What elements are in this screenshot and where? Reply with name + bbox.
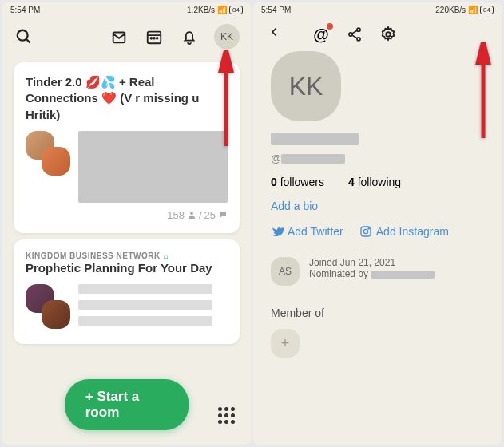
profile-screen: 5:54 PM 220KB/s 📶 84 @ KK @ 0 followers … (253, 2, 502, 445)
search-icon[interactable] (14, 26, 34, 47)
profile-nav: @ (253, 18, 502, 51)
battery-icon: 84 (229, 6, 243, 14)
followers[interactable]: 0 followers (271, 176, 324, 188)
invite-icon[interactable] (109, 26, 129, 47)
bell-icon[interactable] (179, 26, 200, 47)
house-icon: ⌂ (164, 251, 169, 260)
add-club-button[interactable]: + (271, 329, 300, 358)
social-links: Add Twitter Add Instagram (271, 225, 484, 238)
calendar-icon[interactable] (144, 26, 165, 47)
avatar (42, 300, 70, 329)
svg-line-13 (352, 30, 358, 34)
room-title: Prophetic Planning For Your Day (26, 260, 228, 276)
username: @ (271, 152, 484, 164)
status-right: 1.2KB/s 📶 84 (187, 6, 243, 14)
chat-icon (218, 210, 228, 220)
instagram-icon (359, 225, 372, 238)
nominator-avatar[interactable]: AS (271, 257, 300, 286)
room-card[interactable]: KINGDOM BUSINESS NETWORK ⌂ Prophetic Pla… (14, 239, 240, 344)
svg-line-14 (352, 35, 358, 38)
speaker-avatars (26, 284, 70, 329)
svg-point-15 (386, 32, 391, 37)
nominator-redacted (371, 271, 435, 279)
add-twitter-link[interactable]: Add Twitter (271, 225, 343, 238)
profile-avatar-button[interactable]: KK (214, 24, 240, 49)
speakers-list-redacted (78, 131, 228, 203)
svg-point-7 (190, 212, 193, 215)
battery-icon: 84 (480, 6, 494, 14)
clock: 5:54 PM (261, 6, 291, 14)
profile-body: KK @ 0 followers 4 following Add a bio A… (253, 51, 502, 358)
mentions-icon[interactable]: @ (311, 24, 331, 45)
add-instagram-link[interactable]: Add Instagram (359, 225, 449, 238)
svg-point-5 (153, 38, 155, 39)
apps-grid-icon[interactable] (218, 407, 235, 424)
follow-stats: 0 followers 4 following (271, 176, 484, 188)
svg-point-18 (368, 228, 369, 229)
profile-avatar[interactable]: KK (271, 51, 341, 121)
add-bio-link[interactable]: Add a bio (271, 200, 484, 212)
joined-date: Joined Jun 21, 2021 (309, 257, 435, 268)
person-icon (187, 210, 196, 220)
room-card[interactable]: Tinder 2.0 💋💦 + Real Connections ❤️ (V r… (14, 62, 240, 233)
start-room-label: + Start a room (85, 389, 169, 421)
name-redacted (271, 133, 359, 145)
status-right: 220KB/s 📶 84 (435, 6, 494, 14)
start-room-button[interactable]: + Start a room (65, 379, 189, 430)
settings-gear-icon[interactable] (378, 24, 399, 45)
speaker-avatars (26, 131, 70, 176)
svg-point-4 (150, 38, 152, 39)
clock: 5:54 PM (10, 6, 40, 14)
nominated-by: Nominated by (309, 268, 435, 279)
signal-icon: 📶 (468, 6, 478, 14)
svg-point-0 (18, 30, 28, 41)
net-speed: 220KB/s (435, 6, 466, 14)
net-speed: 1.2KB/s (187, 6, 215, 14)
twitter-icon (271, 225, 284, 238)
handle-redacted (281, 154, 345, 164)
svg-point-17 (363, 229, 367, 233)
avatar (42, 147, 70, 176)
top-nav: KK (2, 18, 251, 56)
joined-info: AS Joined Jun 21, 2021 Nominated by (271, 257, 484, 286)
speakers-list (78, 284, 228, 332)
status-bar: 5:54 PM 1.2KB/s 📶 84 (2, 2, 251, 18)
notification-dot (327, 23, 333, 30)
share-icon[interactable] (344, 24, 365, 45)
member-of-heading: Member of (271, 307, 484, 319)
following[interactable]: 4 following (348, 176, 401, 188)
feed-screen: 5:54 PM 1.2KB/s 📶 84 KK Tinder 2.0 💋💦 + … (2, 2, 251, 445)
club-name: KINGDOM BUSINESS NETWORK ⌂ (26, 251, 228, 260)
back-button[interactable] (264, 22, 285, 46)
status-bar: 5:54 PM 220KB/s 📶 84 (253, 2, 502, 18)
svg-point-6 (157, 38, 158, 39)
signal-icon: 📶 (217, 6, 227, 14)
room-title: Tinder 2.0 💋💦 + Real Connections ❤️ (V r… (26, 74, 228, 123)
svg-line-1 (26, 39, 30, 43)
room-stats: 158 / 25 (26, 209, 228, 221)
